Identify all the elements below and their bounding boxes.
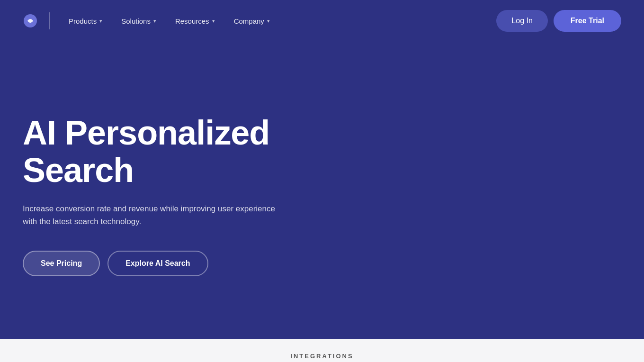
hero-subtitle: Increase conversion rate and revenue whi… (23, 202, 288, 228)
nav-divider (49, 12, 50, 29)
hero-title-line2: Search (23, 151, 134, 189)
nav-link-solutions-label: Solutions (121, 17, 151, 25)
see-pricing-button[interactable]: See Pricing (23, 251, 100, 276)
nav-right: Log In Free Trial (496, 10, 621, 32)
free-trial-button[interactable]: Free Trial (554, 10, 621, 32)
chevron-down-icon: ▾ (153, 18, 156, 24)
hero-section: AI Personalized Search Increase conversi… (0, 42, 644, 339)
login-button[interactable]: Log In (496, 10, 547, 32)
hero-title-line1: AI Personalized (23, 114, 269, 152)
nav-link-company-label: Company (234, 17, 264, 25)
hero-buttons: See Pricing Explore AI Search (23, 251, 316, 276)
nav-link-resources[interactable]: Resources ▾ (168, 13, 223, 29)
nav-left: Products ▾ Solutions ▾ Resources ▾ Compa… (23, 12, 277, 29)
nav-logo[interactable] (23, 13, 38, 28)
integrations-band: INTEGRATIONS (0, 339, 644, 362)
logo-icon (23, 13, 38, 28)
chevron-down-icon: ▾ (267, 18, 270, 24)
nav-link-company[interactable]: Company ▾ (226, 13, 277, 29)
chevron-down-icon: ▾ (99, 18, 102, 24)
hero-title: AI Personalized Search (23, 114, 316, 189)
integrations-label: INTEGRATIONS (290, 353, 353, 360)
nav-link-resources-label: Resources (175, 17, 209, 25)
chevron-down-icon: ▾ (212, 18, 215, 24)
navbar: Products ▾ Solutions ▾ Resources ▾ Compa… (0, 0, 644, 42)
nav-link-products-label: Products (69, 17, 97, 25)
explore-ai-search-button[interactable]: Explore AI Search (107, 251, 208, 276)
nav-links: Products ▾ Solutions ▾ Resources ▾ Compa… (61, 13, 277, 29)
nav-link-solutions[interactable]: Solutions ▾ (114, 13, 164, 29)
hero-content: AI Personalized Search Increase conversi… (23, 114, 316, 277)
nav-link-products[interactable]: Products ▾ (61, 13, 110, 29)
